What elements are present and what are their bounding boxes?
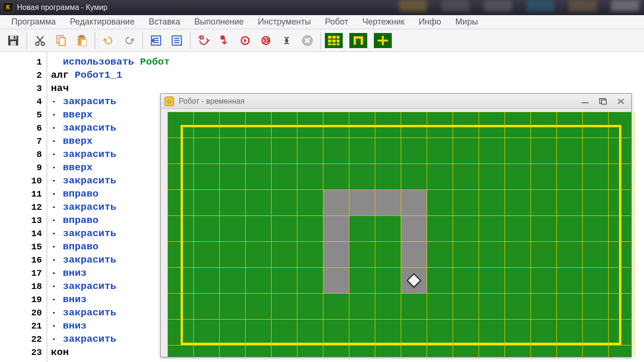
run-step-button[interactable] [194,31,213,50]
menu-чертежник[interactable]: Чертежник [356,15,411,29]
svg-rect-28 [361,36,363,45]
main-titlebar: К Новая программа - Кумир [0,0,644,15]
svg-rect-17 [332,36,336,39]
robot-app-icon: ☺ [165,97,174,106]
menu-робот[interactable]: Робот [318,15,355,29]
separator [190,32,190,49]
svg-point-4 [36,42,39,45]
svg-rect-1 [10,35,17,39]
run-into-button[interactable] [215,31,234,50]
svg-marker-35 [407,274,421,287]
robot-sprite [406,272,422,288]
robot-cross-button[interactable] [374,33,392,48]
separator [26,32,27,49]
indent-right-button[interactable] [147,31,165,50]
paste-button[interactable] [72,31,91,50]
menu-инфо[interactable]: Инфо [412,15,448,29]
robot-grid-button[interactable] [325,33,343,48]
save-button[interactable] [4,31,23,50]
menu-инструменты[interactable]: Инструменты [251,15,317,29]
window-title: Новая программа - Кумир [17,3,107,12]
run-button[interactable] [277,31,296,50]
menu-редактирование[interactable]: Редактирование [63,15,141,29]
svg-rect-7 [59,38,66,45]
painted-cell [349,190,375,215]
run-fast-button[interactable] [256,31,275,50]
svg-rect-23 [332,43,336,45]
svg-point-13 [286,39,288,41]
separator [95,32,95,49]
svg-rect-27 [354,36,356,45]
painted-cell [323,242,349,267]
indent-left-button[interactable] [167,31,186,50]
svg-rect-22 [328,43,331,45]
painted-cell [375,190,401,215]
stop-button[interactable] [298,31,317,50]
close-button[interactable] [614,97,627,106]
menu-программа[interactable]: Программа [5,15,62,29]
menu-вставка[interactable]: Вставка [142,15,187,29]
menu-миры[interactable]: Миры [449,15,485,29]
painted-cell [323,190,349,215]
minimize-button[interactable] [578,97,592,106]
painted-cell [323,216,349,241]
undo-button[interactable] [99,31,118,50]
painted-cell [401,242,427,267]
painted-cell [401,190,427,215]
svg-rect-18 [337,36,339,39]
svg-rect-9 [79,35,83,37]
copy-button[interactable] [51,31,70,50]
taskbar-blur [399,0,639,14]
svg-rect-24 [337,43,339,45]
redo-button[interactable] [120,31,139,50]
svg-rect-34 [602,100,606,104]
cut-button[interactable] [31,31,50,50]
robot-wall-button[interactable] [349,33,367,48]
run-slow-button[interactable] [236,31,255,50]
app-icon: К [3,2,13,13]
svg-rect-19 [328,40,331,42]
maximize-button[interactable] [596,97,610,106]
code-line[interactable]: использовать Робот [47,56,644,69]
svg-rect-16 [328,36,331,39]
svg-rect-20 [332,40,336,42]
svg-rect-21 [337,40,339,42]
robot-window[interactable]: ☺ Робот - временная [160,93,632,357]
svg-rect-31 [378,40,388,41]
line-gutter: 1234567891011121314151617181920212223 [0,52,47,362]
svg-rect-10 [81,39,87,46]
separator [142,32,143,49]
robot-window-title: Робот - временная [179,97,245,106]
robot-titlebar[interactable]: ☺ Робот - временная [161,94,631,109]
menu-выполнение[interactable]: Выполнение [188,15,250,29]
svg-point-5 [41,42,44,45]
toolbar [0,29,644,52]
svg-rect-2 [10,41,16,45]
separator [321,32,321,49]
svg-rect-32 [582,102,588,103]
code-line[interactable]: алг Робот1_1 [47,69,644,82]
svg-rect-3 [14,36,15,39]
painted-cell [323,268,349,293]
robot-field[interactable] [167,112,631,357]
painted-cell [401,216,427,241]
menubar: ПрограммаРедактированиеВставкаВыполнение… [0,15,644,29]
